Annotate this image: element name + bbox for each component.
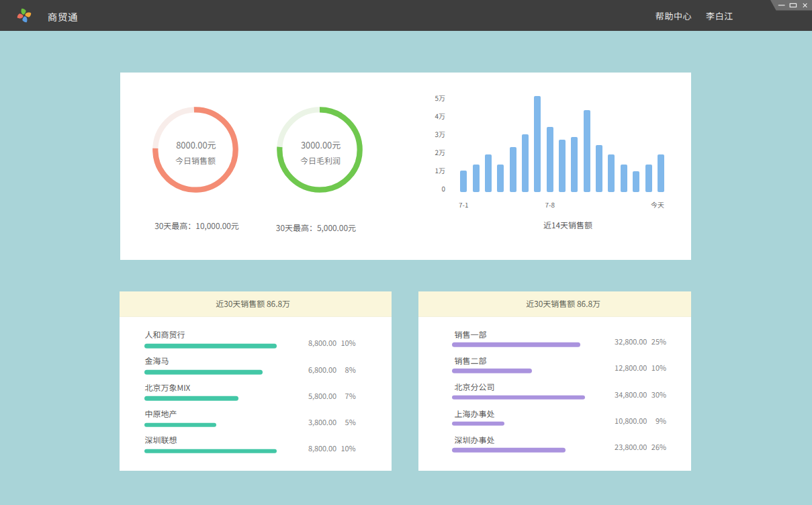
row-bar — [144, 370, 262, 375]
day-bar — [547, 127, 553, 192]
day-bar — [608, 154, 615, 193]
row-percent: 10% — [341, 339, 356, 347]
row-bar — [144, 449, 277, 454]
day-bar — [621, 165, 627, 193]
y-axis-label: 1万 — [435, 167, 446, 174]
row-percent: 9% — [656, 416, 666, 424]
day-bar — [571, 137, 578, 192]
day-bar — [658, 154, 664, 193]
app-title: 商贸通 — [48, 11, 78, 21]
row-label: 北京分公司 — [455, 383, 495, 391]
day-bar — [559, 140, 566, 192]
row-value: 34,800.00 — [615, 390, 647, 398]
row-percent: 5% — [345, 418, 356, 425]
user-menu[interactable]: 李白江 — [706, 11, 733, 20]
day-bar — [633, 171, 639, 192]
row-value: 8,800.00 — [308, 339, 336, 347]
row-label: 北京万象MIX — [145, 383, 191, 392]
row-bar — [144, 396, 238, 401]
row-bar — [144, 422, 216, 427]
today-sales-value: 8000.00元 — [176, 140, 216, 149]
day-bar — [460, 171, 467, 192]
row-value: 23,800.00 — [615, 443, 647, 451]
day-bar — [596, 145, 602, 192]
row-label: 深圳联想 — [145, 436, 177, 444]
app-window: 商贸通 帮助中心 李白江 8000.00元 今日销售额 30天最高：10,000… — [0, 0, 812, 505]
row-value: 6,800.00 — [308, 365, 336, 373]
maximize-button[interactable] — [785, 0, 795, 11]
title-bar: 商贸通 帮助中心 李白江 — [0, 0, 812, 31]
help-center-link[interactable]: 帮助中心 — [656, 11, 692, 20]
today-sales-label: 今日销售额 — [175, 156, 216, 165]
row-bar — [452, 448, 566, 453]
department-panel-header: 近30天销售额 86.8万 — [418, 291, 691, 317]
y-axis-label: 3万 — [435, 131, 446, 138]
today-profit-30day-max: 30天最高：5,000.00元 — [276, 224, 356, 232]
minimize-button[interactable] — [774, 0, 784, 11]
row-value: 5,800.00 — [308, 392, 336, 399]
x-axis-label: 7-8 — [545, 201, 554, 208]
row-percent: 10% — [341, 445, 356, 452]
day-bar — [497, 165, 504, 193]
today-profit-value: 3000.00元 — [301, 140, 341, 149]
bar-chart-title: 近14天销售额 — [543, 221, 592, 229]
department-sales-panel: 近30天销售额 86.8万 销售一部32,800.0025%销售二部12,800… — [418, 291, 691, 471]
row-label: 金海马 — [145, 357, 169, 365]
y-axis-label: 2万 — [435, 149, 446, 156]
close-button[interactable] — [799, 0, 809, 11]
row-value: 10,800.00 — [615, 416, 647, 424]
day-bar — [485, 154, 492, 193]
today-profit-label: 今日毛利润 — [300, 156, 341, 165]
row-value: 32,800.00 — [615, 338, 647, 345]
row-label: 人和商贸行 — [145, 330, 185, 338]
day-bar — [645, 165, 652, 193]
row-label: 中原地产 — [145, 410, 177, 418]
row-label: 销售二部 — [455, 357, 487, 365]
day-bar — [584, 110, 590, 193]
row-label: 深圳办事处 — [455, 436, 495, 444]
department-panel-title: 近30天销售额 86.8万 — [526, 300, 600, 308]
row-percent: 25% — [651, 338, 666, 345]
row-value: 3,800.00 — [308, 418, 336, 425]
app-logo-pinwheel-icon — [16, 7, 32, 24]
row-bar — [452, 342, 580, 347]
customer-sales-panel: 近30天销售额 86.8万 人和商贸行8,800.0010%金海马6,800.0… — [120, 291, 392, 471]
row-bar — [452, 369, 532, 373]
y-axis-label: 5万 — [435, 95, 446, 101]
row-label: 销售一部 — [455, 330, 487, 338]
day-bar — [473, 165, 480, 193]
row-value: 8,800.00 — [308, 445, 336, 452]
day-bar — [534, 96, 541, 192]
row-bar — [452, 395, 585, 400]
row-percent: 7% — [345, 392, 356, 399]
customer-panel-header: 近30天销售额 86.8万 — [120, 291, 392, 317]
today-overview-panel: 8000.00元 今日销售额 30天最高：10,000.00元 3000.00元… — [120, 73, 691, 260]
row-percent: 26% — [651, 443, 666, 451]
day-bar — [522, 134, 529, 192]
row-value: 12,800.00 — [615, 364, 647, 371]
row-label: 上海办事处 — [455, 410, 495, 418]
row-bar — [452, 422, 505, 426]
x-axis-label: 今天 — [651, 201, 664, 208]
today-sales-30day-max: 30天最高：10,000.00元 — [154, 222, 239, 230]
row-percent: 30% — [651, 390, 666, 398]
day-bar — [510, 147, 516, 193]
row-bar — [144, 344, 277, 349]
x-axis-label: 7-1 — [459, 201, 468, 208]
y-axis-label: 0 — [442, 185, 446, 192]
customer-panel-title: 近30天销售额 86.8万 — [216, 300, 290, 308]
row-percent: 8% — [345, 365, 356, 373]
y-axis-label: 4万 — [435, 113, 446, 120]
row-percent: 10% — [651, 364, 666, 371]
